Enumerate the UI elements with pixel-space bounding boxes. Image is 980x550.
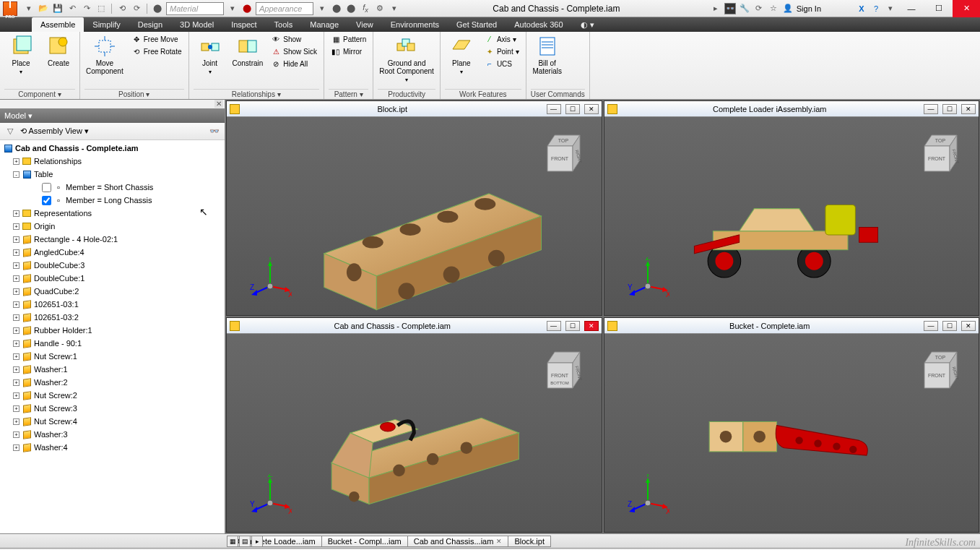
ribbon-tab-manage[interactable]: Manage (301, 17, 347, 32)
material-ball-icon[interactable]: ⬤ (152, 3, 163, 14)
search-field-icon[interactable]: ▸ (710, 3, 721, 14)
place-button[interactable]: Place▾ (4, 33, 38, 77)
expand-icon[interactable]: + (13, 418, 19, 425)
qat-fx-icon[interactable]: fx (360, 3, 371, 14)
help-drop-icon[interactable]: ▾ (885, 3, 896, 14)
expand-icon[interactable]: + (13, 405, 19, 412)
create-button[interactable]: Create (42, 33, 75, 69)
expand-icon[interactable]: + (13, 327, 19, 334)
viewport-maximize-button[interactable]: ☐ (565, 321, 580, 331)
free-rotate-button[interactable]: ⟲Free Rotate (129, 46, 184, 57)
ribbon-extra-icon[interactable]: ◐ ▾ (572, 17, 603, 32)
ribbon-tab-tools[interactable]: Tools (266, 17, 302, 32)
star-icon[interactable]: ☆ (768, 3, 779, 14)
appearance-drop-icon[interactable]: ▾ (316, 3, 328, 14)
tree-node[interactable]: +Nut Screw:3 (0, 402, 225, 415)
tree-node[interactable]: +Rubber Holder:1 (0, 324, 225, 337)
app-icon[interactable]: PRO (3, 1, 17, 16)
pattern-button[interactable]: ▦Pattern (329, 33, 368, 45)
viewport-canvas[interactable]: TOPFRONTFRONTZXY (604, 117, 979, 315)
group-component-label[interactable]: Component ▾ (4, 89, 75, 99)
expand-icon[interactable]: + (13, 431, 19, 438)
viewport-minimize-button[interactable]: — (924, 321, 938, 331)
viewport-canvas[interactable]: TOPFRONTRIGHTYXZ (227, 117, 602, 315)
material-combo[interactable]: Material (166, 2, 224, 15)
hide-all-button[interactable]: ⊘Hide All (269, 58, 319, 69)
tree-node[interactable]: +Nut Screw:1 (0, 350, 225, 363)
expand-icon[interactable]: + (13, 392, 19, 399)
expand-icon[interactable]: + (13, 236, 19, 243)
sync-icon[interactable]: ⟳ (753, 3, 765, 14)
material-drop-icon[interactable]: ▾ (227, 3, 238, 14)
viewport[interactable]: Block.ipt—☐✕TOPFRONTRIGHTYXZ (226, 100, 602, 316)
qat-undo-icon[interactable]: ↶ (66, 3, 78, 14)
tree-node[interactable]: +DoubleCube:1 (0, 272, 225, 285)
exchange-icon[interactable]: X (856, 3, 867, 14)
ribbon-tab-design[interactable]: Design (129, 17, 171, 32)
ribbon-tab-autodesk-360[interactable]: Autodesk 360 (506, 17, 571, 32)
tree-node[interactable]: +Rectangle - 4 Hole-02:1 (0, 233, 225, 246)
tab-layout-2-icon[interactable]: ▤ (239, 536, 251, 547)
expand-icon[interactable]: + (13, 288, 19, 295)
key-icon[interactable]: 🔧 (739, 3, 750, 14)
tree-node[interactable]: +Nut Screw:2 (0, 389, 225, 402)
qat-return-icon[interactable]: ⟲ (116, 3, 128, 14)
tree-node[interactable]: +DoubleCube:3 (0, 259, 225, 272)
qat-gear-icon[interactable]: ⚙ (374, 3, 386, 14)
filter-icon[interactable]: ▽ (4, 126, 16, 137)
viewport[interactable]: Bucket - Complete.iam—☐✕TOPFRONTRIGHTYXZ (604, 317, 980, 533)
axis-triad[interactable]: YXZ (626, 474, 669, 517)
tree-node[interactable]: +Washer:1 (0, 363, 225, 376)
model-tree[interactable]: Cab and Chassis - Complete.iam +Relation… (0, 140, 225, 533)
tree-node[interactable]: +Washer:4 (0, 441, 225, 454)
free-move-button[interactable]: ✥Free Move (129, 33, 184, 45)
ribbon-tab-view[interactable]: View (347, 17, 382, 32)
group-relationships-label[interactable]: Relationships ▾ (194, 89, 320, 99)
expand-icon[interactable]: + (13, 210, 19, 217)
axis-triad[interactable]: YXZ (248, 257, 292, 301)
qat-select-icon[interactable]: ⬚ (95, 3, 107, 14)
qat-new-icon[interactable]: ▾ (23, 3, 35, 14)
appearance-combo[interactable]: Appearance (256, 2, 313, 15)
show-sick-button[interactable]: ⚠Show Sick (269, 46, 319, 57)
expand-icon[interactable]: - (13, 171, 19, 178)
tree-node[interactable]: +Relationships (0, 155, 225, 168)
ucs-button[interactable]: ⌐UCS (482, 58, 521, 69)
qat-misc1-icon[interactable]: ⬤ (331, 3, 342, 14)
tree-node[interactable]: ▫Member = Long Chassis (0, 194, 225, 207)
browser-title[interactable]: Model ▾ (0, 108, 225, 123)
ribbon-tab-get-started[interactable]: Get Started (448, 17, 506, 32)
ribbon-tab-environments[interactable]: Environments (382, 17, 448, 32)
tree-node[interactable]: +Handle - 90:1 (0, 337, 225, 350)
viewport[interactable]: Complete Loader iAssembly.iam—☐✕TOPFRONT… (604, 100, 980, 316)
member-checkbox[interactable] (42, 183, 51, 192)
viewcube[interactable]: TOPFRONTFRONT (917, 128, 968, 179)
member-checkbox[interactable] (42, 196, 51, 205)
ribbon-tab-simplify[interactable]: Simplify (84, 17, 129, 32)
expand-icon[interactable]: + (13, 249, 19, 256)
viewport[interactable]: Cab and Chassis - Complete.iam—☐✕FRONTFR… (226, 317, 602, 533)
document-tab[interactable]: Cab and Chassis...iam ✕ (407, 536, 509, 547)
ground-button[interactable]: Ground and Root Component▾ (378, 33, 435, 85)
qat-misc2-icon[interactable]: ⬤ (345, 3, 357, 14)
tree-node[interactable]: +Nut Screw:4 (0, 415, 225, 428)
expand-icon[interactable]: + (13, 353, 19, 360)
viewcube[interactable]: FRONTFRONTBOTTOM (540, 345, 591, 395)
viewport-close-button[interactable]: ✕ (584, 321, 599, 331)
joint-button[interactable]: Joint▾ (194, 33, 227, 77)
expand-icon[interactable]: + (13, 158, 19, 165)
mirror-button[interactable]: ▮▯Mirror (329, 46, 368, 57)
expand-icon[interactable]: + (13, 223, 19, 230)
tree-node[interactable]: +Origin (0, 220, 225, 233)
ribbon-tab-inspect[interactable]: Inspect (222, 17, 265, 32)
group-position-label[interactable]: Position ▾ (84, 89, 184, 99)
tree-node[interactable]: +AngledCube:4 (0, 246, 225, 259)
expand-icon[interactable]: + (13, 314, 19, 321)
document-tab[interactable]: Bucket - Compl...iam (321, 536, 408, 547)
axis-triad[interactable]: ZXY (626, 257, 669, 301)
viewport-maximize-button[interactable]: ☐ (565, 104, 580, 114)
tree-node[interactable]: ▫Member = Short Chassis (0, 181, 225, 194)
binoculars-icon[interactable]: 👓 (724, 3, 736, 14)
bom-button[interactable]: Bill of Materials (531, 33, 564, 77)
viewport-close-button[interactable]: ✕ (961, 104, 976, 114)
